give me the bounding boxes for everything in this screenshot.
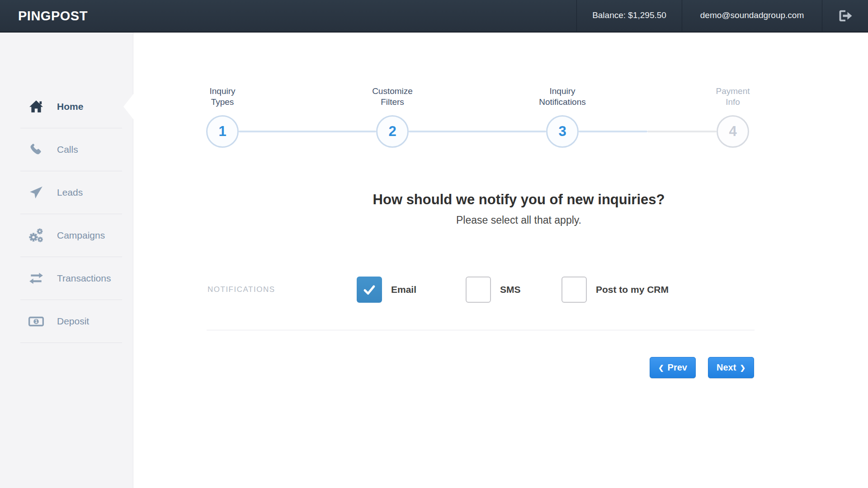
- step-number-circle[interactable]: 4: [717, 115, 749, 148]
- sms-checkbox[interactable]: [466, 277, 491, 303]
- notifications-row: NOTIFICATIONS Email SMS P: [133, 277, 868, 303]
- email-checkbox[interactable]: [357, 277, 382, 303]
- sidebar-item-label: Calls: [57, 144, 78, 155]
- sidebar-item-label: Transactions: [57, 273, 111, 284]
- check-icon: [362, 282, 377, 297]
- sign-out-icon: [837, 8, 854, 24]
- user-email[interactable]: demo@soundadgroup.com: [682, 0, 822, 32]
- checkbox-post-to-crm[interactable]: Post to my CRM: [561, 277, 669, 303]
- sidebar-item-campaigns[interactable]: Campaigns: [0, 214, 133, 257]
- money-bill-icon: 1: [28, 314, 48, 329]
- checkbox-label: Email: [391, 284, 416, 295]
- sidebar-item-calls[interactable]: Calls: [0, 128, 133, 171]
- wizard-step-inquiry-types[interactable]: Inquiry Types 1: [177, 86, 268, 148]
- sidebar: Home Calls Leads: [0, 33, 133, 488]
- chevron-right-icon: ❯: [740, 364, 745, 371]
- checkbox-label: SMS: [500, 284, 521, 295]
- checkbox-label: Post to my CRM: [596, 284, 669, 295]
- sidebar-item-deposit[interactable]: 1 Deposit: [0, 300, 133, 343]
- step-number-circle[interactable]: 1: [206, 115, 239, 148]
- sidebar-item-label: Campaigns: [57, 230, 105, 241]
- paper-plane-icon: [28, 185, 48, 200]
- checkbox-sms[interactable]: SMS: [466, 277, 521, 303]
- top-bar-right: Balance: $1,295.50 demo@soundadgroup.com: [576, 0, 868, 32]
- top-bar: PINGPOST Balance: $1,295.50 demo@soundad…: [0, 0, 868, 33]
- home-icon: [28, 99, 48, 114]
- next-button-label: Next: [717, 362, 736, 373]
- wizard-step-inquiry-notifications[interactable]: Inquiry Notifications 3: [517, 86, 608, 148]
- step-label: Inquiry Notifications: [517, 86, 608, 112]
- step-label: Payment Info: [688, 86, 778, 112]
- page-title: How should we notify you of new inquirie…: [170, 192, 868, 208]
- app-logo[interactable]: PINGPOST: [0, 9, 88, 23]
- main-content: Inquiry Types 1 Customize Filters 2 Inqu…: [133, 33, 868, 488]
- step-number-circle[interactable]: 3: [546, 115, 579, 148]
- sidebar-item-home[interactable]: Home: [0, 85, 133, 128]
- page-subtitle: Please select all that apply.: [170, 214, 868, 226]
- sidebar-item-transactions[interactable]: Transactions: [0, 257, 133, 300]
- next-button[interactable]: Next ❯: [708, 357, 754, 378]
- form-divider: [207, 330, 755, 330]
- crm-checkbox[interactable]: [561, 277, 587, 303]
- step-label: Customize Filters: [347, 86, 438, 112]
- prev-button[interactable]: ❮ Prev: [650, 357, 696, 378]
- wizard-step-payment-info[interactable]: Payment Info 4: [688, 86, 778, 148]
- balance-display: Balance: $1,295.50: [576, 0, 682, 32]
- sidebar-item-label: Deposit: [57, 316, 89, 327]
- logout-button[interactable]: [822, 0, 868, 32]
- question-block: How should we notify you of new inquirie…: [170, 192, 868, 226]
- sidebar-divider: [20, 343, 122, 343]
- wizard-step-customize-filters[interactable]: Customize Filters 2: [347, 86, 438, 148]
- chevron-left-icon: ❮: [658, 364, 664, 371]
- checkbox-email[interactable]: Email: [357, 277, 416, 303]
- sidebar-item-leads[interactable]: Leads: [0, 171, 133, 214]
- sidebar-item-label: Leads: [57, 187, 83, 198]
- notifications-group-label: NOTIFICATIONS: [208, 277, 275, 303]
- sidebar-item-label: Home: [57, 101, 83, 112]
- step-label: Inquiry Types: [177, 86, 268, 112]
- gears-icon: [28, 228, 48, 243]
- svg-text:1: 1: [35, 319, 38, 324]
- step-number-circle[interactable]: 2: [376, 115, 409, 148]
- phone-icon: [28, 142, 48, 157]
- sidebar-nav: Home Calls Leads: [0, 33, 133, 343]
- prev-button-label: Prev: [668, 362, 687, 373]
- exchange-arrows-icon: [28, 271, 48, 286]
